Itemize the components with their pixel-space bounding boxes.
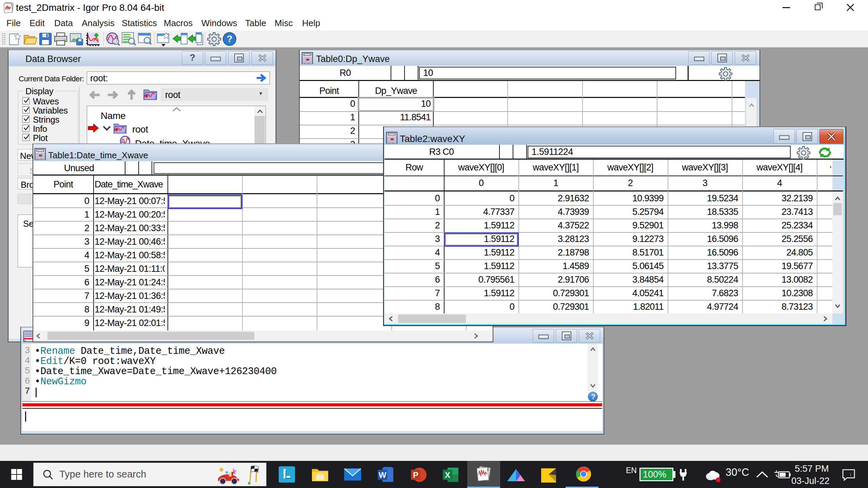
svg-text:?: ? — [226, 34, 232, 44]
svg-text:P: P — [413, 470, 418, 480]
svg-text:X: X — [445, 470, 450, 480]
svg-text:8: 8 — [487, 467, 489, 472]
svg-text:W: W — [379, 470, 387, 480]
